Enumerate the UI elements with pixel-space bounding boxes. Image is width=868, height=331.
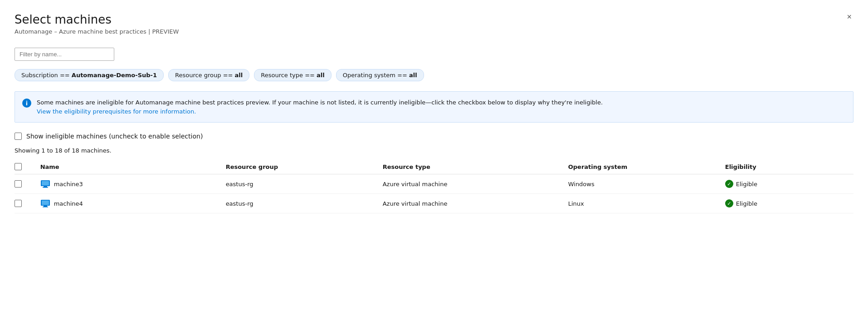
subscription-chip-value: Automanage-Demo-Sub-1 (72, 72, 157, 79)
close-button[interactable]: × (845, 11, 853, 23)
resource-group-chip-value: all (235, 72, 243, 79)
info-icon: i (22, 99, 31, 108)
eligibility-text: Eligible (736, 181, 757, 188)
info-banner-text: Some machines are ineligible for Automan… (37, 98, 603, 116)
svg-rect-6 (44, 206, 47, 207)
cell-resource-group: eastus-rg (226, 194, 383, 213)
eligible-icon: ✓ (725, 180, 733, 188)
cell-eligibility: ✓Eligible (725, 194, 853, 213)
cell-resource-type: Azure virtual machine (383, 194, 568, 213)
ineligible-checkbox[interactable] (15, 133, 22, 140)
col-header-name: Name (40, 159, 226, 174)
table-row: machine3eastus-rgAzure virtual machineWi… (15, 174, 853, 194)
svg-rect-5 (42, 201, 49, 205)
cell-os: Windows (568, 174, 725, 194)
svg-rect-1 (42, 181, 49, 186)
cell-resource-type: Azure virtual machine (383, 174, 568, 194)
cell-name: machine4 (40, 194, 226, 213)
cell-eligibility: ✓Eligible (725, 174, 853, 194)
cell-name: machine3 (40, 174, 226, 194)
page-subtitle: Automanage – Azure machine best practice… (15, 28, 853, 35)
resource-group-chip[interactable]: Resource group == all (168, 69, 249, 81)
filter-name-input[interactable] (15, 48, 114, 61)
showing-text: Showing 1 to 18 of 18 machines. (15, 147, 853, 154)
resource-type-chip[interactable]: Resource type == all (254, 69, 332, 81)
col-header-os: Operating system (568, 159, 725, 174)
page-title: Select machines (15, 13, 853, 26)
info-banner: i Some machines are ineligible for Autom… (15, 91, 853, 123)
col-header-rt: Resource type (383, 159, 568, 174)
col-header-rg: Resource group (226, 159, 383, 174)
col-header-elig: Eligibility (725, 159, 853, 174)
subscription-chip-label: Subscription == (21, 72, 72, 79)
table-row: machine4eastus-rgAzure virtual machineLi… (15, 194, 853, 213)
vm-icon (40, 199, 50, 207)
resource-type-chip-label: Resource type == (261, 72, 317, 79)
select-all-header (15, 159, 40, 174)
eligibility-text: Eligible (736, 200, 757, 207)
subscription-chip[interactable]: Subscription == Automanage-Demo-Sub-1 (15, 69, 164, 81)
machines-table: Name Resource group Resource type Operat… (15, 159, 853, 213)
ineligible-row: Show ineligible machines (uncheck to ena… (15, 133, 853, 140)
svg-rect-7 (43, 207, 48, 207)
row-checkbox-1[interactable] (15, 200, 22, 207)
machine-name: machine3 (54, 181, 83, 188)
machine-name: machine4 (54, 200, 83, 207)
resource-group-chip-label: Resource group == (175, 72, 235, 79)
svg-rect-2 (44, 186, 47, 187)
os-chip-label: Operating system == (343, 72, 409, 79)
select-all-checkbox[interactable] (15, 163, 22, 170)
filter-chips: Subscription == Automanage-Demo-Sub-1 Re… (15, 69, 853, 81)
ineligible-label: Show ineligible machines (uncheck to ena… (26, 133, 203, 140)
cell-os: Linux (568, 194, 725, 213)
row-checkbox-0[interactable] (15, 180, 22, 188)
eligible-icon: ✓ (725, 199, 733, 207)
vm-icon (40, 180, 50, 188)
os-chip-value: all (409, 72, 417, 79)
eligibility-link[interactable]: View the eligibility prerequisites for m… (37, 108, 196, 115)
cell-resource-group: eastus-rg (226, 174, 383, 194)
os-chip[interactable]: Operating system == all (336, 69, 424, 81)
resource-type-chip-value: all (317, 72, 325, 79)
svg-rect-3 (43, 187, 48, 188)
